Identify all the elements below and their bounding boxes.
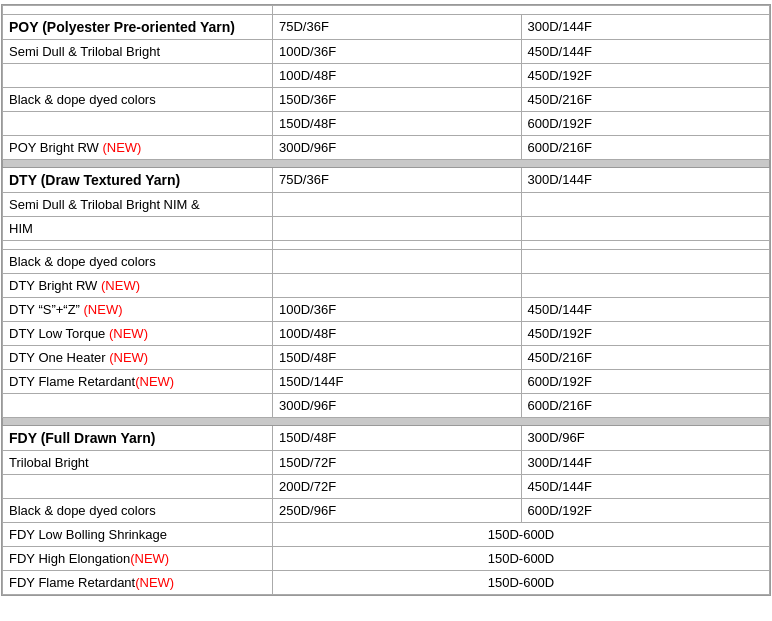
dty-data-row: DTY Bright RW (NEW) — [3, 274, 770, 298]
fdy-data-row: 200D/72F450D/144F — [3, 475, 770, 499]
section-separator — [3, 418, 770, 426]
poy-title-row: POY (Polyester Pre-oriented Yarn)75D/36F… — [3, 15, 770, 40]
fdy-header-spec2: 300D/96F — [521, 426, 770, 451]
poy-data-row: Semi Dull & Trilobal Bright100D/36F450D/… — [3, 40, 770, 64]
poy-spec2: 450D/192F — [521, 64, 770, 88]
dty-product: DTY One Heater (NEW) — [3, 346, 273, 370]
dty-title: DTY (Draw Textured Yarn) — [3, 168, 273, 193]
fdy-title-row: FDY (Full Drawn Yarn)150D/48F300D/96F — [3, 426, 770, 451]
dty-data-row: DTY Low Torque (NEW)100D/48F450D/192F — [3, 322, 770, 346]
poy-product: POY Bright RW (NEW) — [3, 136, 273, 160]
poy-spec1: 150D/36F — [273, 88, 522, 112]
dty-spec1 — [273, 274, 522, 298]
poy-product: Semi Dull & Trilobal Bright — [3, 40, 273, 64]
poy-product: Black & dope dyed colors — [3, 88, 273, 112]
fdy-product: FDY Flame Retardant(NEW) — [3, 571, 273, 595]
dty-product — [3, 241, 273, 250]
fdy-data-row: Trilobal Bright150D/72F300D/144F — [3, 451, 770, 475]
fdy-product: FDY Low Bolling Shrinkage — [3, 523, 273, 547]
dty-product: DTY Flame Retardant(NEW) — [3, 370, 273, 394]
dty-product: DTY Bright RW (NEW) — [3, 274, 273, 298]
dty-data-row — [3, 241, 770, 250]
dty-data-row: Semi Dull & Trilobal Bright NIM & — [3, 193, 770, 217]
dty-spec2: 450D/216F — [521, 346, 770, 370]
poy-spec1: 100D/48F — [273, 64, 522, 88]
fdy-merged-spec: 150D-600D — [273, 523, 770, 547]
dty-product: Semi Dull & Trilobal Bright NIM & — [3, 193, 273, 217]
dty-product: Black & dope dyed colors — [3, 250, 273, 274]
dty-spec2: 450D/192F — [521, 322, 770, 346]
dty-product: DTY Low Torque (NEW) — [3, 322, 273, 346]
dty-header-spec2: 300D/144F — [521, 168, 770, 193]
dty-data-row: DTY One Heater (NEW)150D/48F450D/216F — [3, 346, 770, 370]
fdy-data-row: FDY Flame Retardant(NEW)150D-600D — [3, 571, 770, 595]
poy-spec2: 600D/216F — [521, 136, 770, 160]
fdy-spec2: 300D/144F — [521, 451, 770, 475]
dty-data-row: HIM — [3, 217, 770, 241]
poy-spec2: 450D/144F — [521, 40, 770, 64]
dty-data-row: Black & dope dyed colors — [3, 250, 770, 274]
dty-product — [3, 394, 273, 418]
dty-header-spec1: 75D/36F — [273, 168, 522, 193]
dty-product: DTY “S”+“Z” (NEW) — [3, 298, 273, 322]
dty-title-row: DTY (Draw Textured Yarn)75D/36F300D/144F — [3, 168, 770, 193]
dty-spec1: 300D/96F — [273, 394, 522, 418]
dty-spec2 — [521, 274, 770, 298]
dty-spec1: 150D/48F — [273, 346, 522, 370]
fdy-spec1: 150D/72F — [273, 451, 522, 475]
poy-product — [3, 64, 273, 88]
fdy-data-row: Black & dope dyed colors250D/96F600D/192… — [3, 499, 770, 523]
section-separator — [3, 160, 770, 168]
dty-spec1 — [273, 193, 522, 217]
fdy-product: FDY High Elongation(NEW) — [3, 547, 273, 571]
product-table-wrapper: POY (Polyester Pre-oriented Yarn)75D/36F… — [1, 4, 771, 596]
dty-spec1: 100D/48F — [273, 322, 522, 346]
poy-spec2: 450D/216F — [521, 88, 770, 112]
dty-product: HIM — [3, 217, 273, 241]
poy-data-row: Black & dope dyed colors150D/36F450D/216… — [3, 88, 770, 112]
fdy-spec2: 600D/192F — [521, 499, 770, 523]
poy-title: POY (Polyester Pre-oriented Yarn) — [3, 15, 273, 40]
dty-spec1: 100D/36F — [273, 298, 522, 322]
dty-spec1 — [273, 241, 522, 250]
dty-spec2 — [521, 193, 770, 217]
fdy-spec2: 450D/144F — [521, 475, 770, 499]
dty-spec1 — [273, 217, 522, 241]
dty-spec2 — [521, 250, 770, 274]
fdy-spec1: 200D/72F — [273, 475, 522, 499]
poy-header-spec1: 75D/36F — [273, 15, 522, 40]
fdy-merged-spec: 150D-600D — [273, 547, 770, 571]
dty-data-row: 300D/96F600D/216F — [3, 394, 770, 418]
poy-spec2: 600D/192F — [521, 112, 770, 136]
fdy-data-row: FDY High Elongation(NEW)150D-600D — [3, 547, 770, 571]
fdy-product — [3, 475, 273, 499]
dty-spec2: 450D/144F — [521, 298, 770, 322]
poy-header-spec2: 300D/144F — [521, 15, 770, 40]
fdy-header-spec1: 150D/48F — [273, 426, 522, 451]
fdy-merged-spec: 150D-600D — [273, 571, 770, 595]
dty-data-row: DTY “S”+“Z” (NEW)100D/36F450D/144F — [3, 298, 770, 322]
dty-data-row: DTY Flame Retardant(NEW)150D/144F600D/19… — [3, 370, 770, 394]
dty-spec2: 600D/192F — [521, 370, 770, 394]
dty-spec1 — [273, 250, 522, 274]
poy-data-row: POY Bright RW (NEW)300D/96F600D/216F — [3, 136, 770, 160]
poy-spec1: 300D/96F — [273, 136, 522, 160]
product-table: POY (Polyester Pre-oriented Yarn)75D/36F… — [2, 5, 770, 595]
poy-product — [3, 112, 273, 136]
dty-spec2: 600D/216F — [521, 394, 770, 418]
poy-spec1: 150D/48F — [273, 112, 522, 136]
fdy-title: FDY (Full Drawn Yarn) — [3, 426, 273, 451]
fdy-product: Black & dope dyed colors — [3, 499, 273, 523]
poy-spec1: 100D/36F — [273, 40, 522, 64]
fdy-spec1: 250D/96F — [273, 499, 522, 523]
table-header-row — [3, 6, 770, 15]
dty-spec2 — [521, 217, 770, 241]
col-header-product — [3, 6, 273, 15]
poy-data-row: 150D/48F600D/192F — [3, 112, 770, 136]
fdy-data-row: FDY Low Bolling Shrinkage150D-600D — [3, 523, 770, 547]
fdy-product: Trilobal Bright — [3, 451, 273, 475]
poy-data-row: 100D/48F450D/192F — [3, 64, 770, 88]
col-header-spec — [273, 6, 770, 15]
dty-spec2 — [521, 241, 770, 250]
dty-spec1: 150D/144F — [273, 370, 522, 394]
